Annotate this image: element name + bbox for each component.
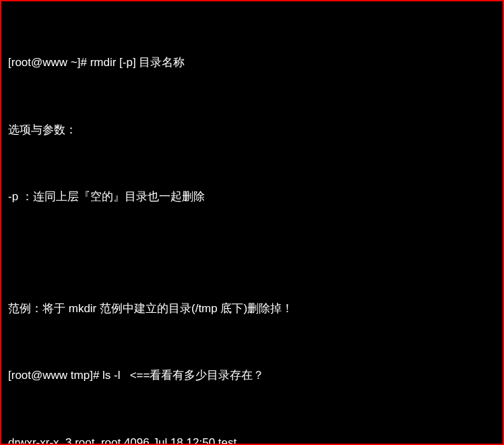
terminal-line: 选项与参数： [8,119,496,141]
terminal-output: [root@www ~]# rmdir [-p] 目录名称 选项与参数： -p … [8,7,496,445]
terminal-line: 范例：将于 mkdir 范例中建立的目录(/tmp 底下)删除掉！ [8,297,496,320]
terminal-line: -p ：连同上层『空的』目录也一起删除 [8,185,496,208]
terminal-line: [root@www tmp]# ls -l <==看看有多少目录存在？ [8,364,496,386]
terminal-line: [root@www ~]# rmdir [-p] 目录名称 [8,51,496,73]
terminal-line: drwxr-xr-x 3 root root 4096 Jul 18 12:50… [8,432,496,445]
